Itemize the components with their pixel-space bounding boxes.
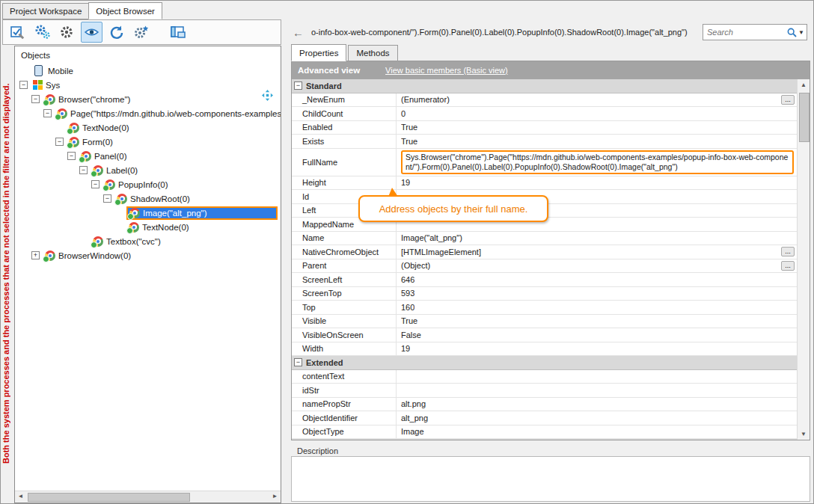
scroll-left-icon[interactable]: ◄ (15, 491, 26, 502)
collapse-icon[interactable]: − (294, 82, 302, 90)
collapse-icon[interactable]: − (91, 180, 100, 188)
property-value-text: Image("alt_png") (401, 233, 462, 242)
property-row[interactable]: Top160 (292, 301, 797, 315)
property-row[interactable]: Parent(Object)... (292, 259, 797, 274)
tab-methods[interactable]: Methods (348, 45, 397, 61)
search-dropdown-icon[interactable]: ▼ (798, 29, 804, 36)
scroll-right-icon[interactable]: ► (269, 491, 281, 502)
refresh-button[interactable] (105, 22, 127, 43)
tree-node[interactable]: Image("alt_png") (15, 206, 281, 220)
tree-node[interactable]: −ShadowRoot(0) (15, 191, 281, 206)
tree-node-label: Image("alt_png") (143, 209, 207, 218)
tree-node[interactable]: Textbox("cvc") (15, 234, 281, 248)
property-value: [HTMLImageElement]... (397, 245, 797, 259)
tree-node[interactable]: −Panel(0) (15, 149, 281, 163)
scroll-up-icon[interactable]: ▲ (798, 79, 810, 90)
property-row[interactable]: contentText (292, 370, 797, 384)
property-row[interactable]: ObjectIdentifieralt_png (292, 411, 797, 425)
collapse-icon[interactable]: − (43, 109, 52, 117)
map-object-button[interactable] (7, 22, 28, 43)
collapse-icon[interactable]: − (31, 95, 40, 103)
collapse-icon[interactable]: − (67, 152, 76, 160)
property-row[interactable]: VisibleTrue (292, 315, 797, 329)
locate-object-icon[interactable] (262, 90, 273, 101)
scrollbar-thumb[interactable] (28, 493, 190, 502)
tree-node[interactable]: Mobile (15, 64, 281, 78)
property-row[interactable]: NameImage("alt_png") (292, 232, 797, 246)
back-arrow-icon[interactable]: ← (293, 26, 304, 39)
property-row[interactable]: Height19 (292, 176, 797, 191)
tree-node-body[interactable]: Textbox("cvc") (91, 236, 163, 248)
scrollbar-thumb[interactable] (799, 93, 810, 142)
tree-node-body[interactable]: PopupInfo(0) (102, 179, 171, 191)
property-name: contentText (292, 370, 397, 384)
section-header-chrome[interactable]: −Chrome (292, 439, 797, 440)
section-header-standard[interactable]: −Standard (292, 79, 797, 93)
tree-node[interactable]: TextNode(0) (15, 120, 281, 135)
collapse-icon[interactable]: − (294, 358, 302, 366)
ellipsis-button[interactable]: ... (781, 247, 795, 256)
property-name: Parent (292, 259, 397, 273)
property-row[interactable]: ScreenLeft646 (292, 273, 797, 287)
property-row[interactable]: ExistsTrue (292, 135, 797, 149)
ellipsis-button[interactable]: ... (781, 95, 795, 105)
basic-view-link[interactable]: View basic members (Basic view) (385, 66, 508, 75)
tree-node-body[interactable]: BrowserWindow(0) (43, 250, 133, 262)
property-row[interactable]: ScreenTop593 (292, 287, 797, 301)
property-row[interactable]: EnabledTrue (292, 121, 797, 135)
tree-node-body[interactable]: Mobile (31, 64, 76, 77)
property-row[interactable]: _NewEnum(Enumerator)... (292, 93, 797, 108)
property-row[interactable]: FullNameSys.Browser("chrome").Page("http… (292, 149, 797, 176)
collapse-icon[interactable]: − (79, 166, 88, 174)
tree-node[interactable]: −Browser("chrome") (15, 92, 281, 106)
tree-node[interactable]: −Sys (15, 78, 281, 92)
property-row[interactable]: namePropStralt.png (292, 398, 797, 412)
tree-node-body[interactable]: TextNode(0) (67, 122, 132, 134)
tree-node-body[interactable]: Sys (31, 79, 62, 90)
tools-button[interactable] (130, 22, 152, 43)
search-icon[interactable] (787, 28, 797, 37)
tree-node[interactable]: TextNode(0) (15, 220, 281, 234)
tree-node-body[interactable]: Page("https://mdn.github.io/web-componen… (55, 108, 281, 120)
tree-node-body[interactable]: TextNode(0) (126, 221, 192, 233)
tree-node-body[interactable]: Browser("chrome") (43, 93, 132, 105)
scroll-down-icon[interactable]: ▼ (798, 428, 810, 440)
tree-node[interactable]: +BrowserWindow(0) (15, 248, 281, 262)
tree-horizontal-scrollbar[interactable]: ◄ ► (15, 491, 281, 503)
panels-icon (169, 23, 187, 41)
tree-node[interactable]: −Label(0) (15, 163, 281, 177)
collapse-icon[interactable]: − (55, 138, 64, 146)
expand-icon[interactable]: + (31, 251, 40, 259)
ellipsis-button[interactable]: ... (781, 261, 795, 271)
tree-root-label[interactable]: Objects (15, 49, 281, 64)
property-row[interactable]: idStr (292, 384, 797, 398)
object-mapping-button[interactable] (31, 22, 53, 43)
tree-node[interactable]: −Page("https://mdn.github.io/web-compone… (15, 106, 281, 120)
tree-node-body[interactable]: Image("alt_png") (126, 206, 278, 220)
search-input[interactable] (703, 28, 787, 37)
tab-object-browser[interactable]: Object Browser (88, 2, 162, 19)
properties-vertical-scrollbar[interactable]: ▲ ▼ (797, 79, 810, 440)
tree-node-body[interactable]: Form(0) (67, 136, 115, 148)
panels-button[interactable] (167, 22, 189, 43)
property-row[interactable]: ObjectTypeImage (292, 425, 797, 440)
highlight-object-button[interactable] (81, 22, 102, 43)
tree-node-body[interactable]: ShadowRoot(0) (114, 193, 192, 205)
collapse-icon[interactable]: − (103, 194, 111, 203)
collapse-icon[interactable]: − (19, 81, 28, 89)
property-row[interactable]: ChildCount0 (292, 107, 797, 121)
tree-node[interactable]: −PopupInfo(0) (15, 177, 281, 191)
settings-button[interactable] (56, 22, 78, 43)
section-header-extended[interactable]: −Extended (292, 356, 797, 370)
property-name: FullName (292, 149, 397, 176)
tree-node-body[interactable]: Panel(0) (79, 150, 129, 162)
object-tree: Objects Mobile−Sys−Browser("chrome")−Pag… (15, 46, 281, 491)
tree-node[interactable]: −Form(0) (15, 135, 281, 149)
tree-node-label: TextNode(0) (82, 123, 129, 132)
tree-node-body[interactable]: Label(0) (91, 165, 140, 176)
tab-properties[interactable]: Properties (291, 44, 346, 61)
property-row[interactable]: NativeChromeObject[HTMLImageElement]... (292, 245, 797, 259)
property-row[interactable]: Width19 (292, 342, 797, 357)
tab-project-workspace[interactable]: Project Workspace (2, 3, 89, 19)
property-row[interactable]: VisibleOnScreenFalse (292, 328, 797, 342)
